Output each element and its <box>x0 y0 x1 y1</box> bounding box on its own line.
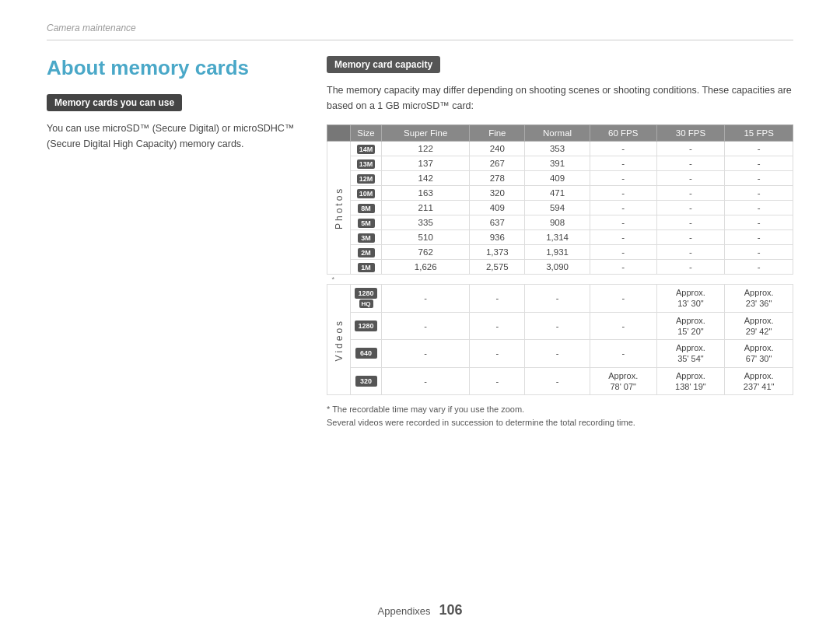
icon-cell: 2M <box>351 245 382 260</box>
col-header-60fps: 60 FPS <box>590 125 656 142</box>
col-header-15fps: 15 FPS <box>725 125 793 142</box>
capacity-table: Size Super Fine Fine Normal 60 FPS 30 FP… <box>327 124 793 395</box>
icon-cell: 14M <box>351 142 382 156</box>
section-separator: * <box>327 275 793 285</box>
table-row: 13M137267391--- <box>327 156 793 171</box>
video-icon-cell: 1280 <box>351 312 382 340</box>
col-header-superfine: Super Fine <box>382 125 470 142</box>
video-icon-cell: 320 <box>351 367 382 395</box>
table-row: 8M211409594--- <box>327 201 793 215</box>
table-wrapper: Size Super Fine Fine Normal 60 FPS 30 FP… <box>327 124 793 395</box>
video-icon-cell: 640 <box>351 340 382 368</box>
videos-group-label: Videos <box>327 285 351 395</box>
page-number: 106 <box>439 602 462 618</box>
icon-cell: 5M <box>351 215 382 230</box>
video-icon-cell: 1280HQ <box>351 285 382 313</box>
table-row: 1280----Approx. 15' 20"Approx. 29' 42" <box>327 312 793 340</box>
col-header-size <box>327 125 351 142</box>
right-section-header: Memory card capacity <box>327 56 440 73</box>
right-column: Memory card capacity The memory capacity… <box>327 56 793 429</box>
left-body-text: You can use microSD™ (Secure Digital) or… <box>47 121 296 152</box>
icon-cell: 1M <box>351 260 382 275</box>
table-row: Photos14M122240353--- <box>327 142 793 156</box>
footnotes: * The recordable time may vary if you us… <box>327 403 793 429</box>
icon-cell: 3M <box>351 230 382 245</box>
table-row: 3M5109361,314--- <box>327 230 793 245</box>
icon-cell: 12M <box>351 171 382 186</box>
left-section-header: Memory cards you can use <box>47 94 182 111</box>
footnote1: * The recordable time may vary if you us… <box>327 403 793 416</box>
page-title: About memory cards <box>47 56 296 80</box>
icon-cell: 10M <box>351 186 382 201</box>
table-row: 12M142278409--- <box>327 171 793 186</box>
col-header-normal: Normal <box>525 125 590 142</box>
table-row: Videos1280HQ----Approx. 13' 30"Approx. 2… <box>327 285 793 313</box>
table-row: 10M163320471--- <box>327 186 793 201</box>
footer-label: Appendixes <box>378 605 431 617</box>
icon-cell: 13M <box>351 156 382 171</box>
icon-cell: 8M <box>351 201 382 215</box>
col-header-fine: Fine <box>470 125 525 142</box>
page-footer: Appendixes 106 <box>47 602 793 618</box>
table-row: 320---Approx. 78' 07"Approx. 138' 19"App… <box>327 367 793 395</box>
footnote2: Several videos were recorded in successi… <box>327 416 793 429</box>
left-column: About memory cards Memory cards you can … <box>47 56 296 429</box>
col-header-icon: Size <box>351 125 382 142</box>
col-header-30fps: 30 FPS <box>656 125 725 142</box>
capacity-intro: The memory capacity may differ depending… <box>327 82 793 114</box>
photos-group-label: Photos <box>327 142 351 275</box>
table-row: 1M1,6262,5753,090--- <box>327 260 793 275</box>
breadcrumb: Camera maintenance <box>47 23 136 33</box>
table-row: 2M7621,3731,931--- <box>327 245 793 260</box>
table-row: 5M335637908--- <box>327 215 793 230</box>
table-row: 640----Approx. 35' 54"Approx. 67' 30" <box>327 340 793 368</box>
